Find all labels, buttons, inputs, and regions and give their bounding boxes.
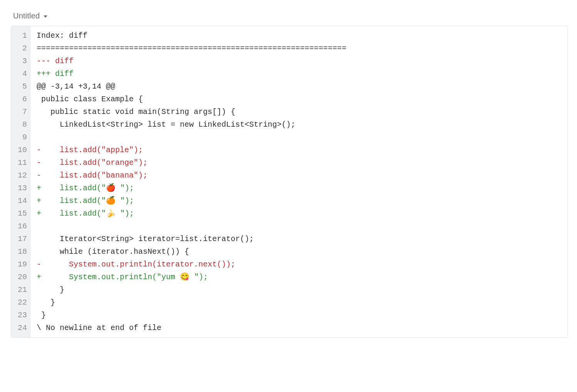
code-line: - list.add("apple");: [37, 144, 562, 156]
code-line: - list.add("orange");: [37, 156, 562, 169]
code-area[interactable]: Index: diff=============================…: [30, 26, 567, 337]
editor: 123456789101112131415161718192021222324 …: [11, 26, 568, 338]
line-number: 1: [15, 29, 27, 42]
code-line: }: [37, 296, 562, 309]
line-number: 5: [15, 80, 27, 93]
dropdown-triangle-icon[interactable]: [44, 15, 47, 18]
code-line: Iterator<String> iterator=list.iterator(…: [37, 233, 562, 245]
code-line: + System.out.println("yum 😋 ");: [37, 271, 562, 283]
title-bar: Untitled: [11, 9, 568, 26]
line-number: 7: [15, 106, 27, 118]
code-line: [37, 131, 562, 144]
code-line: [37, 220, 562, 233]
line-number: 4: [15, 67, 27, 80]
line-number: 6: [15, 93, 27, 106]
code-line: Index: diff: [37, 29, 562, 42]
line-number: 15: [15, 207, 27, 220]
line-number: 17: [15, 233, 27, 245]
code-line: + list.add("🍊 ");: [37, 194, 562, 207]
code-line: public static void main(String args[]) {: [37, 106, 562, 118]
code-line: }: [37, 283, 562, 296]
line-number: 20: [15, 271, 27, 283]
line-number: 3: [15, 55, 27, 67]
line-number: 21: [15, 283, 27, 296]
line-number: 22: [15, 296, 27, 309]
code-line: - System.out.println(iterator.next());: [37, 258, 562, 271]
line-number: 16: [15, 220, 27, 233]
line-number-gutter: 123456789101112131415161718192021222324: [11, 26, 30, 337]
line-number: 8: [15, 118, 27, 131]
code-line: + list.add("🍌 ");: [37, 207, 562, 220]
line-number: 11: [15, 156, 27, 169]
code-line: while (iterator.hasNext()) {: [37, 245, 562, 258]
code-line: }: [37, 309, 562, 322]
code-line: ========================================…: [37, 42, 562, 55]
line-number: 9: [15, 131, 27, 144]
code-line: @@ -3,14 +3,14 @@: [37, 80, 562, 93]
code-line: public class Example {: [37, 93, 562, 106]
code-line: \ No newline at end of file: [37, 322, 562, 334]
line-number: 24: [15, 322, 27, 334]
file-title[interactable]: Untitled: [13, 12, 40, 20]
code-line: LinkedList<String> list = new LinkedList…: [37, 118, 562, 131]
line-number: 12: [15, 169, 27, 182]
code-line: +++ diff: [37, 67, 562, 80]
code-line: + list.add("🍎 ");: [37, 182, 562, 194]
code-line: --- diff: [37, 55, 562, 67]
line-number: 14: [15, 194, 27, 207]
line-number: 19: [15, 258, 27, 271]
line-number: 23: [15, 309, 27, 322]
line-number: 2: [15, 42, 27, 55]
line-number: 18: [15, 245, 27, 258]
line-number: 10: [15, 144, 27, 156]
code-line: - list.add("banana");: [37, 169, 562, 182]
line-number: 13: [15, 182, 27, 194]
